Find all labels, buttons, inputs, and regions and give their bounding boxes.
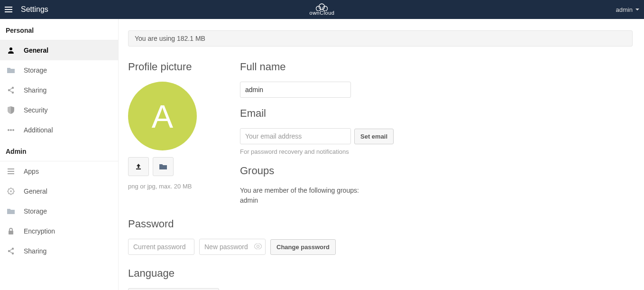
- svg-point-3: [9, 47, 12, 50]
- profile-picture-heading: Profile picture: [128, 61, 213, 73]
- svg-point-5: [8, 89, 10, 91]
- svg-rect-13: [8, 171, 14, 172]
- svg-rect-12: [8, 168, 14, 169]
- menu-icon: [7, 167, 15, 176]
- set-email-button[interactable]: Set email: [354, 129, 394, 144]
- select-avatar-button[interactable]: [153, 157, 174, 176]
- page-title: Settings: [21, 5, 48, 14]
- chevron-down-icon: [635, 9, 639, 10]
- sidebar-item-label: Encryption: [24, 227, 55, 235]
- owncloud-logo[interactable]: ownCloud: [310, 3, 335, 16]
- sidebar-item-apps[interactable]: Apps: [0, 161, 118, 181]
- svg-point-16: [10, 190, 12, 192]
- user-menu-label: admin: [616, 6, 633, 13]
- user-menu[interactable]: admin: [616, 6, 639, 13]
- sidebar-item-label: General: [24, 47, 48, 54]
- top-header: Settings ownCloud admin: [0, 0, 644, 19]
- sidebar-heading-personal: Personal: [0, 19, 118, 40]
- sidebar-item-admin-storage[interactable]: Storage: [0, 201, 118, 221]
- svg-point-10: [10, 129, 12, 131]
- sidebar-item-security[interactable]: Security: [0, 100, 118, 120]
- svg-point-28: [12, 253, 14, 254]
- fullname-heading: Full name: [240, 61, 394, 73]
- change-password-button[interactable]: Change password: [270, 239, 336, 255]
- sidebar-item-sharing[interactable]: Sharing: [0, 80, 118, 100]
- svg-line-29: [10, 249, 12, 251]
- svg-line-24: [9, 193, 9, 194]
- sidebar-item-storage[interactable]: Storage: [0, 60, 118, 80]
- email-heading: Email: [240, 107, 394, 120]
- sidebar: Personal General Storage Sharing Securit…: [0, 19, 119, 290]
- sidebar-item-label: Storage: [24, 66, 47, 74]
- sidebar-heading-admin: Admin: [0, 140, 118, 161]
- sidebar-item-label: Sharing: [24, 247, 46, 255]
- svg-line-30: [10, 252, 12, 253]
- shield-icon: [7, 106, 15, 114]
- sidebar-item-admin-general[interactable]: General: [0, 181, 118, 201]
- svg-point-6: [12, 92, 14, 94]
- share-icon: [7, 86, 15, 94]
- sidebar-item-encryption[interactable]: Encryption: [0, 221, 118, 241]
- user-icon: [7, 46, 15, 55]
- svg-line-21: [9, 189, 9, 190]
- svg-point-4: [12, 87, 14, 89]
- svg-rect-25: [9, 231, 13, 234]
- sidebar-item-label: Storage: [24, 207, 47, 215]
- svg-point-27: [8, 250, 10, 252]
- password-heading: Password: [128, 218, 633, 230]
- lock-icon: [7, 227, 15, 235]
- sidebar-item-label: Sharing: [24, 86, 46, 94]
- dots-icon: [7, 126, 15, 134]
- sidebar-item-additional[interactable]: Additional: [0, 120, 118, 140]
- svg-rect-31: [136, 168, 141, 169]
- sidebar-item-admin-sharing[interactable]: Sharing: [0, 241, 118, 261]
- share-icon: [7, 247, 15, 255]
- fullname-input[interactable]: [240, 82, 351, 98]
- gear-icon: [7, 187, 15, 196]
- groups-list: admin: [240, 196, 394, 206]
- svg-point-32: [257, 245, 259, 248]
- svg-line-23: [13, 189, 14, 190]
- main-content: You are using 182.1 MB Profile picture A…: [119, 19, 644, 290]
- sidebar-item-general[interactable]: General: [0, 40, 118, 60]
- groups-intro: You are member of the following groups:: [240, 186, 394, 196]
- svg-point-26: [12, 248, 14, 250]
- svg-point-11: [12, 129, 14, 131]
- svg-line-8: [10, 91, 12, 92]
- logo-text: ownCloud: [310, 10, 335, 16]
- folder-icon: [7, 207, 15, 215]
- upload-icon: [135, 163, 142, 170]
- email-input[interactable]: [240, 128, 351, 144]
- show-password-icon[interactable]: [254, 243, 262, 251]
- upload-avatar-button[interactable]: [128, 157, 149, 176]
- svg-line-7: [10, 88, 12, 90]
- sidebar-item-label: General: [24, 187, 47, 195]
- avatar-hint: png or jpg, max. 20 MB: [128, 183, 213, 190]
- current-password-input[interactable]: [128, 239, 194, 255]
- sidebar-item-label: Apps: [24, 168, 39, 175]
- sidebar-item-label: Additional: [24, 126, 53, 134]
- svg-rect-14: [8, 173, 14, 174]
- language-select[interactable]: English: [128, 288, 219, 290]
- sidebar-item-label: Security: [24, 106, 48, 114]
- folder-icon: [7, 66, 15, 75]
- avatar: A: [128, 82, 197, 150]
- svg-point-9: [8, 129, 9, 131]
- svg-line-22: [13, 193, 14, 194]
- email-hint: For password recovery and notifications: [240, 148, 394, 155]
- groups-heading: Groups: [240, 165, 394, 177]
- quota-usage-bar: You are using 182.1 MB: [128, 30, 633, 47]
- menu-toggle-icon[interactable]: [5, 5, 14, 14]
- language-heading: Language: [128, 267, 633, 280]
- folder-icon: [159, 163, 167, 170]
